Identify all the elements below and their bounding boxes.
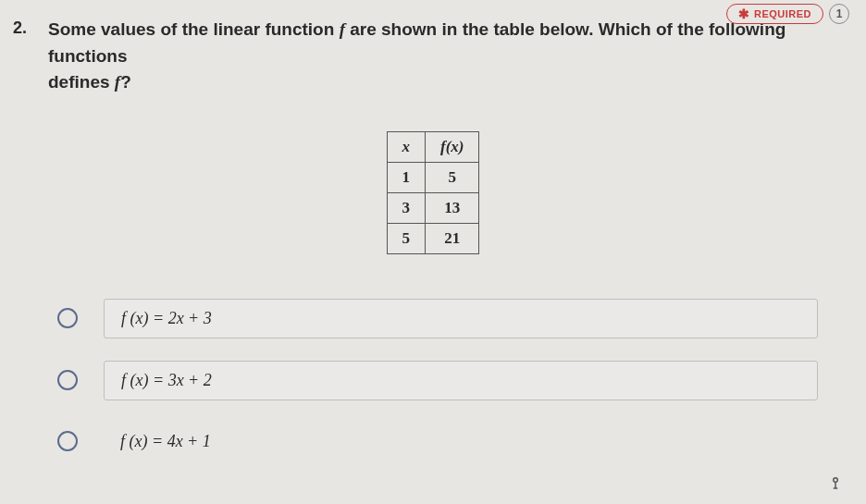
points-value: 1 xyxy=(836,7,843,20)
question-text: Some values of the linear function f are… xyxy=(48,17,846,96)
data-table-wrap: x f(x) 1 5 3 13 5 21 xyxy=(20,131,846,254)
table-header-row: x f(x) xyxy=(387,131,479,162)
question-text-prefix: Some values of the linear function xyxy=(48,19,340,39)
cell-x: 1 xyxy=(387,162,426,192)
cell-fx: 13 xyxy=(426,192,479,223)
question-container: 2. Some values of the linear function f … xyxy=(0,0,866,461)
option-formula: f (x) = 3x + 2 xyxy=(104,361,818,400)
cell-fx: 21 xyxy=(426,223,479,253)
asterisk-icon: ✱ xyxy=(738,6,750,21)
option-row[interactable]: f (x) = 3x + 2 xyxy=(57,361,818,400)
option-formula: f (x) = 2x + 3 xyxy=(104,299,818,338)
col-header-x: x xyxy=(387,131,426,162)
required-label: REQUIRED xyxy=(754,8,811,19)
radio-button[interactable] xyxy=(57,308,78,328)
col-header-fx: f(x) xyxy=(426,131,479,162)
table-row: 3 13 xyxy=(387,192,479,223)
required-badge: ✱ REQUIRED xyxy=(726,4,823,24)
question-text-suffix: ? xyxy=(120,72,131,92)
pin-icon xyxy=(827,474,844,495)
table-row: 1 5 xyxy=(387,162,479,192)
radio-button[interactable] xyxy=(57,370,78,390)
radio-button[interactable] xyxy=(57,431,78,451)
header-badges: ✱ REQUIRED 1 xyxy=(726,4,849,24)
svg-point-0 xyxy=(834,478,838,483)
cell-x: 5 xyxy=(387,223,426,253)
question-number: 2. xyxy=(13,18,27,38)
points-badge: 1 xyxy=(829,4,849,24)
option-row[interactable]: f (x) = 2x + 3 xyxy=(57,299,818,338)
cell-x: 3 xyxy=(387,192,426,223)
options-list: f (x) = 2x + 3 f (x) = 3x + 2 f (x) = 4x… xyxy=(57,299,818,461)
question-text-line2: defines xyxy=(48,72,115,92)
option-formula: f (x) = 4x + 1 xyxy=(104,423,818,461)
data-table: x f(x) 1 5 3 13 5 21 xyxy=(387,131,480,254)
option-row[interactable]: f (x) = 4x + 1 xyxy=(57,423,818,461)
table-row: 5 21 xyxy=(387,223,479,253)
cell-fx: 5 xyxy=(426,162,479,192)
